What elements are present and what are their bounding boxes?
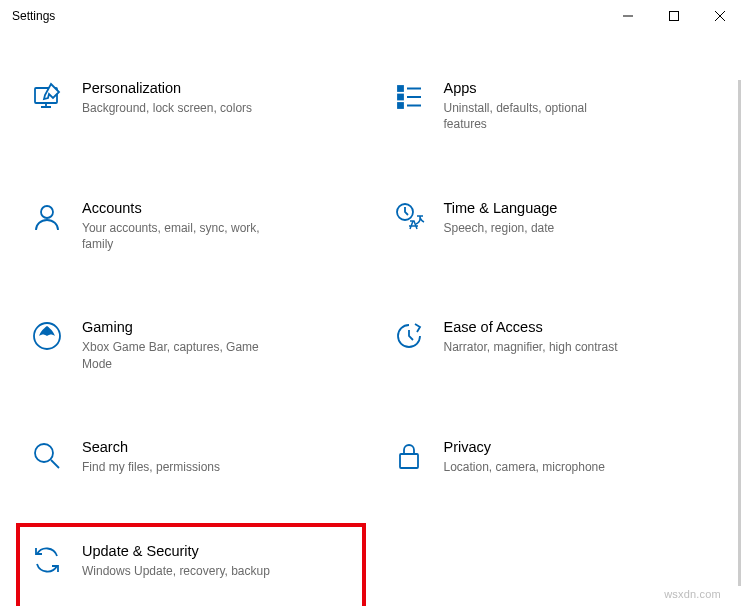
tile-label: Personalization [82, 80, 252, 96]
tile-label: Time & Language [444, 200, 558, 216]
tile-time-language[interactable]: Time & Language Speech, region, date [382, 192, 724, 272]
tile-label: Gaming [82, 319, 272, 335]
search-icon [30, 439, 64, 473]
svg-rect-3 [398, 95, 403, 100]
tile-label: Accounts [82, 200, 272, 216]
tile-desc: Xbox Game Bar, captures, Game Mode [82, 339, 272, 371]
svg-point-8 [35, 444, 53, 462]
tile-desc: Background, lock screen, colors [82, 100, 252, 116]
tile-desc: Narrator, magnifier, high contrast [444, 339, 618, 355]
tile-label: Ease of Access [444, 319, 618, 335]
time-language-icon [392, 200, 426, 234]
tile-personalization[interactable]: Personalization Background, lock screen,… [20, 72, 362, 152]
minimize-button[interactable] [605, 0, 651, 32]
tile-desc: Speech, region, date [444, 220, 558, 236]
scrollbar[interactable] [738, 80, 741, 586]
apps-icon [392, 80, 426, 114]
window-title: Settings [12, 9, 605, 23]
tile-label: Apps [444, 80, 634, 96]
accounts-icon [30, 200, 64, 234]
tile-ease-of-access[interactable]: Ease of Access Narrator, magnifier, high… [382, 311, 724, 391]
tile-privacy[interactable]: Privacy Location, camera, microphone [382, 431, 724, 494]
svg-rect-0 [670, 12, 679, 21]
settings-grid: Personalization Background, lock screen,… [0, 32, 743, 606]
privacy-icon [392, 439, 426, 473]
watermark: wsxdn.com [664, 588, 721, 600]
svg-point-5 [41, 206, 53, 218]
personalization-icon [30, 80, 64, 114]
tile-desc: Find my files, permissions [82, 459, 220, 475]
tile-apps[interactable]: Apps Uninstall, defaults, optional featu… [382, 72, 724, 152]
gaming-icon [30, 319, 64, 353]
svg-rect-4 [398, 103, 403, 108]
close-button[interactable] [697, 0, 743, 32]
ease-of-access-icon [392, 319, 426, 353]
tile-desc: Location, camera, microphone [444, 459, 605, 475]
tile-desc: Windows Update, recovery, backup [82, 563, 270, 579]
tile-desc: Your accounts, email, sync, work, family [82, 220, 272, 252]
window-controls [605, 0, 743, 32]
svg-rect-2 [398, 86, 403, 91]
update-security-icon [30, 543, 64, 577]
tile-desc: Uninstall, defaults, optional features [444, 100, 634, 132]
tile-label: Update & Security [82, 543, 270, 559]
tile-accounts[interactable]: Accounts Your accounts, email, sync, wor… [20, 192, 362, 272]
tile-search[interactable]: Search Find my files, permissions [20, 431, 362, 494]
tile-update-security[interactable]: Update & Security Windows Update, recove… [20, 527, 362, 607]
tile-gaming[interactable]: Gaming Xbox Game Bar, captures, Game Mod… [20, 311, 362, 391]
tile-label: Privacy [444, 439, 605, 455]
svg-rect-9 [400, 454, 418, 468]
tile-label: Search [82, 439, 220, 455]
titlebar: Settings [0, 0, 743, 32]
maximize-button[interactable] [651, 0, 697, 32]
